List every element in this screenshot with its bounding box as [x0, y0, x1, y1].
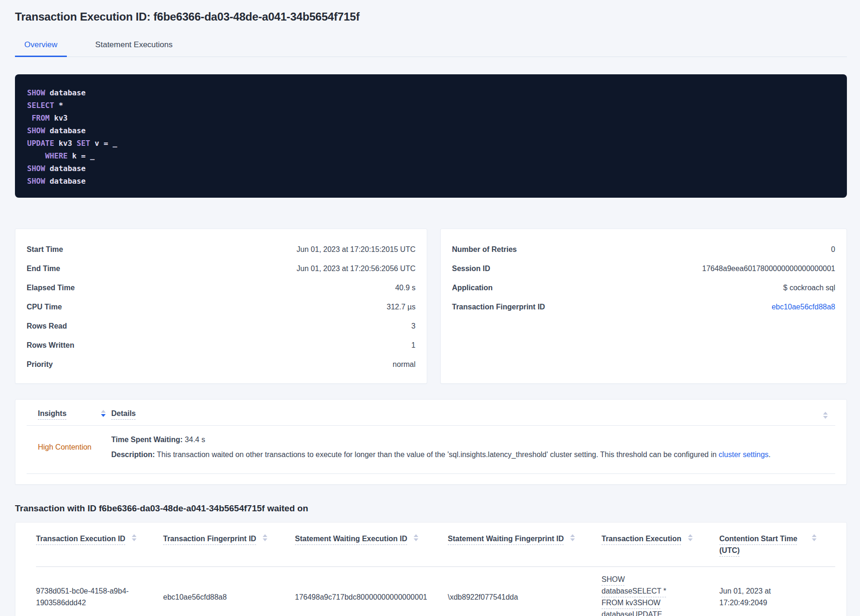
sql-box-code: SHOW databaseSELECT * FROM kv3SHOW datab…	[27, 86, 835, 187]
stat-label: CPU Time	[27, 303, 62, 311]
column-label[interactable]: Statement Waiting Fingerprint ID	[448, 533, 564, 544]
sort-down-icon	[812, 538, 817, 541]
stat-row-cpu-time: CPU Time 312.7 µs	[27, 297, 416, 316]
sort-arrows-icon[interactable]	[101, 410, 106, 417]
stat-row-start-time: Start Time Jun 01, 2023 at 17:20:15:2015…	[27, 240, 416, 259]
sort-arrows-icon[interactable]	[263, 534, 267, 541]
waited-on-table-header: Transaction Execution ID Transaction Fin…	[36, 533, 835, 567]
details-column-label[interactable]: Details	[111, 409, 136, 417]
description-text: This transaction waited on other transac…	[155, 451, 718, 458]
column-label[interactable]: Transaction Execution ID	[36, 533, 125, 544]
time-spent-waiting-label: Time Spent Waiting:	[111, 436, 183, 444]
sort-arrows-icon[interactable]	[132, 534, 136, 541]
page-title: Transaction Execution ID: f6be6366-da03-…	[15, 9, 847, 24]
sort-up-icon	[570, 534, 575, 537]
stat-row-session-id: Session ID 17648a9eea6017800000000000000…	[452, 259, 835, 278]
waited-on-table: Transaction Execution ID Transaction Fin…	[15, 522, 847, 616]
column-label[interactable]: Contention Start Time (UTC)	[719, 533, 805, 556]
transaction-execution-link[interactable]: SHOW databaseSELECT * FROM kv3SHOW datab…	[602, 575, 670, 616]
column-header-transaction-fingerprint-id[interactable]: Transaction Fingerprint ID	[163, 533, 295, 556]
stat-row-rows-written: Rows Written 1	[27, 336, 416, 355]
stat-value: 3	[411, 322, 416, 330]
sort-up-icon	[101, 410, 106, 413]
column-header-contention-start-time[interactable]: Contention Start Time (UTC)	[719, 533, 835, 556]
stat-value: 0	[831, 245, 835, 254]
time-spent-waiting-line: Time Spent Waiting: 34.4 s	[111, 434, 823, 445]
insight-row-high-contention: High Contention Time Spent Waiting: 34.4…	[27, 426, 835, 474]
details-column-header[interactable]: Details	[111, 409, 823, 418]
transaction-fingerprint-id-link[interactable]: ebc10ae56cfd88a8	[772, 303, 835, 311]
stat-row-transaction-fingerprint-id: Transaction Fingerprint ID ebc10ae56cfd8…	[452, 297, 835, 316]
tab-bar: Overview Statement Executions	[15, 36, 847, 57]
sort-down-icon	[414, 538, 418, 541]
description-line: Description: This transaction waited on …	[111, 449, 823, 460]
column-header-statement-waiting-execution-id[interactable]: Statement Waiting Execution ID	[295, 533, 448, 556]
description-label: Description:	[111, 451, 155, 458]
sort-down-icon	[688, 538, 693, 541]
stat-row-application: Application $ cockroach sql	[452, 278, 835, 297]
column-label[interactable]: Transaction Execution	[602, 533, 681, 544]
time-spent-waiting-value: 34.4 s	[183, 436, 205, 444]
insight-type-badge: High Contention	[38, 443, 111, 451]
stat-row-rows-read: Rows Read 3	[27, 316, 416, 336]
description-suffix: .	[768, 451, 770, 458]
stat-value: 312.7 µs	[387, 303, 416, 311]
column-label[interactable]: Statement Waiting Execution ID	[295, 533, 407, 544]
stat-label: Application	[452, 284, 493, 292]
column-label[interactable]: Transaction Fingerprint ID	[163, 533, 256, 544]
stat-label: Rows Read	[27, 322, 67, 330]
sort-up-icon	[812, 534, 817, 537]
sort-up-icon	[263, 534, 267, 537]
stat-label: End Time	[27, 265, 60, 273]
stat-label: Session ID	[452, 265, 490, 273]
sort-down-icon	[263, 538, 267, 541]
stat-value: Jun 01, 2023 at 17:20:56:2056 UTC	[297, 265, 416, 273]
waited-on-table-row: 9738d051-bc0e-4158-a9b4-1903586ddd42 ebc…	[36, 567, 835, 616]
execution-stats-card: Start Time Jun 01, 2023 at 17:20:15:2015…	[15, 229, 427, 384]
stat-value: normal	[393, 360, 416, 369]
stat-label: Number of Retries	[452, 245, 517, 254]
column-header-statement-waiting-fingerprint-id[interactable]: Statement Waiting Fingerprint ID	[448, 533, 602, 556]
stat-value: Jun 01, 2023 at 17:20:15:2015 UTC	[297, 245, 416, 254]
sort-down-icon	[570, 538, 575, 541]
stat-value: 1	[411, 341, 416, 350]
sort-arrows-icon[interactable]	[688, 534, 693, 541]
sort-down-icon	[823, 416, 828, 419]
sort-up-icon	[132, 534, 136, 537]
insights-column-header[interactable]: Insights	[38, 409, 111, 418]
insights-table-header: Insights Details	[27, 400, 835, 426]
stat-label: Start Time	[27, 245, 63, 254]
sort-arrows-icon[interactable]	[823, 412, 828, 419]
insights-column-label[interactable]: Insights	[38, 409, 66, 418]
stat-value: 17648a9eea6017800000000000000001	[702, 265, 835, 273]
cell-statement-waiting-execution-id: 176498a9c717bdc80000000000000001	[295, 591, 448, 603]
column-header-transaction-execution-id[interactable]: Transaction Execution ID	[36, 533, 163, 556]
sort-arrows-icon[interactable]	[812, 534, 817, 541]
stat-label: Priority	[27, 360, 53, 369]
sort-up-icon	[414, 534, 418, 537]
insight-details: Time Spent Waiting: 34.4 s Description: …	[111, 434, 823, 460]
cell-transaction-execution: SHOW databaseSELECT * FROM kv3SHOW datab…	[602, 573, 719, 616]
cell-statement-waiting-fingerprint-id: \xdb8922f077541dda	[448, 591, 602, 603]
cell-contention-start-time: Jun 01, 2023 at 17:20:49:2049	[719, 585, 835, 609]
cell-transaction-execution-id: 9738d051-bc0e-4158-a9b4-1903586ddd42	[36, 585, 163, 609]
sort-up-icon	[823, 412, 828, 415]
overview-cards-row: Start Time Jun 01, 2023 at 17:20:15:2015…	[15, 229, 847, 384]
stat-row-end-time: End Time Jun 01, 2023 at 17:20:56:2056 U…	[27, 259, 416, 278]
session-stats-card: Number of Retries 0 Session ID 17648a9ee…	[440, 229, 847, 384]
column-header-transaction-execution[interactable]: Transaction Execution	[602, 533, 719, 556]
sort-arrows-icon[interactable]	[570, 534, 575, 541]
sort-down-icon	[101, 414, 106, 417]
tab-statement-executions[interactable]: Statement Executions	[86, 36, 182, 57]
cell-transaction-fingerprint-id: ebc10ae56cfd88a8	[163, 591, 295, 603]
cluster-settings-link[interactable]: cluster settings	[719, 451, 769, 458]
stat-label: Transaction Fingerprint ID	[452, 303, 545, 311]
tab-overview[interactable]: Overview	[15, 36, 67, 57]
stat-label: Elapsed Time	[27, 284, 75, 292]
sort-up-icon	[688, 534, 693, 537]
stat-value: 40.9 s	[395, 284, 416, 292]
header-right-sort[interactable]	[823, 408, 835, 419]
stat-row-priority: Priority normal	[27, 355, 416, 374]
sort-arrows-icon[interactable]	[414, 534, 418, 541]
stat-label: Rows Written	[27, 341, 74, 350]
